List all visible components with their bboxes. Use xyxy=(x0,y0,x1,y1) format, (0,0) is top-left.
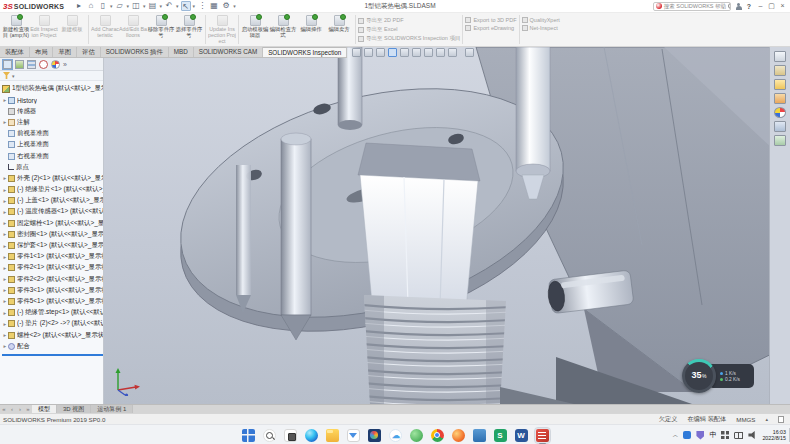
filter-caret-icon[interactable]: ▾ xyxy=(12,73,15,79)
tree-item[interactable]: 右视基准面 xyxy=(2,150,103,161)
tree-item[interactable]: ▸零件1<1> (默认<<默认>_显示状态 xyxy=(2,251,103,262)
status-sheet-icon[interactable] xyxy=(778,416,784,423)
tab-草图[interactable]: 草图 xyxy=(53,47,77,57)
view-palette-icon[interactable] xyxy=(774,93,786,104)
tree-item[interactable]: ▸零件5<1> (默认<<默认>_显示状 xyxy=(2,296,103,307)
configurationmanager-tab[interactable] xyxy=(27,60,36,69)
select-icon[interactable]: ↖ xyxy=(181,1,191,11)
propertymanager-tab[interactable] xyxy=(15,60,24,69)
solidworks-resources-icon[interactable] xyxy=(774,51,786,62)
rebuild-icon[interactable]: ⋮ xyxy=(197,1,207,11)
user-account-icon[interactable] xyxy=(735,2,743,10)
dropdown-caret-icon[interactable]: ▾ xyxy=(160,3,163,9)
units-caret-icon[interactable]: ▴ xyxy=(765,416,768,422)
home-icon[interactable]: ⌂ xyxy=(86,1,96,11)
ribbon-button-disabled[interactable]: Update Inspection Project xyxy=(208,14,236,46)
dropdown-caret-icon[interactable]: ▾ xyxy=(176,3,179,9)
tab-nav-arrow-icon[interactable]: › xyxy=(16,406,24,412)
export-button[interactable]: QualityXpert xyxy=(522,17,560,23)
taskbar-task-view-button[interactable] xyxy=(283,428,298,443)
doc-tab-运动算例-1[interactable]: 运动算例 1 xyxy=(91,405,133,413)
previous-view-icon[interactable] xyxy=(376,48,385,57)
tree-item[interactable]: ▸配合 xyxy=(2,341,103,352)
appearances-scenes-icon[interactable] xyxy=(774,107,786,118)
tree-item[interactable]: 前视基准面 xyxy=(2,128,103,139)
new-document-icon[interactable]: ▯ xyxy=(98,1,108,11)
tab-装配体[interactable]: 装配体 xyxy=(0,47,30,57)
taskbar-file-explorer-button[interactable] xyxy=(325,428,340,443)
tree-item[interactable]: ▸History xyxy=(2,95,103,106)
featuremanager-tab[interactable] xyxy=(3,60,12,69)
assembly-3d-model[interactable] xyxy=(104,47,790,404)
ribbon-button-enabled[interactable]: 编辑检查方式 xyxy=(269,14,297,46)
net-speed-overlay[interactable]: 1 K/s 0.2 K/s 35 % xyxy=(682,359,716,393)
dropdown-caret-icon[interactable]: ▾ xyxy=(193,3,196,9)
export-button[interactable]: 导出至 SOLIDWORKS Inspection 项目 xyxy=(358,35,460,42)
dropdown-caret-icon[interactable]: ▾ xyxy=(143,3,146,9)
tab-solidworks-inspection[interactable]: SOLIDWORKS Inspection xyxy=(263,47,347,57)
taskbar-mail-button[interactable] xyxy=(346,428,361,443)
view-settings-icon[interactable] xyxy=(465,48,474,57)
tree-item[interactable]: ▸零件3<1> (默认<<默认>_显示状 xyxy=(2,285,103,296)
tree-item[interactable]: ▸(-) 垫片 (2)<2> ->? (默认<<默认> xyxy=(2,318,103,329)
dropdown-caret-icon[interactable]: ▾ xyxy=(127,3,130,9)
display-style-icon[interactable] xyxy=(412,48,421,57)
tree-item[interactable]: ▸注解 xyxy=(2,117,103,128)
graphics-viewport[interactable]: 1 K/s 0.2 K/s 35 % xyxy=(104,47,790,404)
tree-filter[interactable]: ▾ xyxy=(0,71,103,81)
taskbar-chrome-button[interactable] xyxy=(430,428,445,443)
tree-item[interactable]: ▸零件2<1> (默认<<默认>_显示状 xyxy=(2,262,103,273)
taskbar-browser-orange-button[interactable] xyxy=(451,428,466,443)
toolbar-flyout-icon[interactable]: ▸ xyxy=(74,1,84,11)
tree-item[interactable]: ▸外壳 (2)<1> (默认<<默认>_显示状态-1 xyxy=(2,173,103,184)
tree-item[interactable]: ▸(-) 绝缘垫片<1> (默认<<默认>_显示状 xyxy=(2,184,103,195)
tree-root-item[interactable]: 1型铠装热电偶 (默认<默认>_显示状态-1 xyxy=(2,83,103,95)
ribbon-button-disabled[interactable]: 新建模板 xyxy=(58,14,86,46)
tab-评估[interactable]: 评估 xyxy=(77,47,101,57)
tree-item[interactable]: 上视基准面 xyxy=(2,139,103,150)
tree-item[interactable]: ▸密封圈<1> (默认<<默认>_显示状态 xyxy=(2,229,103,240)
displaymanager-tab[interactable] xyxy=(51,60,60,69)
tree-item[interactable]: ▸螺栓<2> (默认<<默认>_显示状态 xyxy=(2,329,103,340)
ribbon-button-enabled[interactable]: 编辑操作 xyxy=(297,14,325,46)
save-icon[interactable]: ◫ xyxy=(131,1,141,11)
taskbar-word-button[interactable]: W xyxy=(514,428,529,443)
ime-indicator[interactable]: 中 xyxy=(709,430,716,440)
clock[interactable]: 16:03 2022/8/15 xyxy=(762,429,786,441)
export-button[interactable]: 导出至 2D PDF xyxy=(358,17,460,24)
taskbar-solidworks-button[interactable] xyxy=(535,428,550,443)
units-selector[interactable]: MMGS xyxy=(736,416,755,423)
tree-item[interactable]: ▸(-) 温度传感器<1> (默认<<默认>_显 xyxy=(2,206,103,217)
taskbar-app-green-button[interactable] xyxy=(409,428,424,443)
hide-show-items-icon[interactable] xyxy=(424,48,433,57)
panel-splitter[interactable] xyxy=(2,354,103,356)
tab-solidworks-插件[interactable]: SOLIDWORKS 插件 xyxy=(101,47,169,57)
close-button[interactable]: × xyxy=(777,1,788,11)
tray-app-icon[interactable] xyxy=(683,431,691,439)
display-settings-icon[interactable]: ▦ xyxy=(209,1,219,11)
tray-expand-icon[interactable]: ︿ xyxy=(672,431,678,440)
apply-scene-icon[interactable] xyxy=(448,48,457,57)
tab-nav-arrow-icon[interactable]: « xyxy=(0,406,8,412)
design-library-icon[interactable] xyxy=(774,65,786,76)
file-explorer-icon[interactable] xyxy=(774,79,786,90)
constraint-state[interactable]: 欠定义 xyxy=(659,415,678,424)
custom-properties-icon[interactable] xyxy=(774,121,786,132)
taskbar-reader-app-button[interactable] xyxy=(472,428,487,443)
taskbar-cloud-app-button[interactable] xyxy=(388,428,403,443)
volume-icon[interactable] xyxy=(748,431,757,439)
dimxpertmanager-tab[interactable] xyxy=(39,60,48,69)
ribbon-button-enabled[interactable]: 启动模板编辑器 xyxy=(241,14,269,46)
tab-nav-arrow-icon[interactable]: ‹ xyxy=(8,406,16,412)
doc-tab-模型[interactable]: 模型 xyxy=(32,405,57,413)
undo-icon[interactable]: ↶ xyxy=(164,1,174,11)
doc-tab-3d-视图[interactable]: 3D 视图 xyxy=(57,405,91,413)
open-icon[interactable]: ▱ xyxy=(115,1,125,11)
section-view-icon[interactable] xyxy=(388,48,397,57)
tab-mbd[interactable]: MBD xyxy=(169,47,194,57)
help-button[interactable]: ? xyxy=(747,3,751,10)
tree-item[interactable]: ▸固定螺栓<1> (默认<<默认>_显示状 xyxy=(2,218,103,229)
restore-button[interactable]: ▢ xyxy=(766,1,777,11)
tree-item[interactable]: ▸(-) 绝缘管.step<1> (默认<<默认> xyxy=(2,307,103,318)
export-button[interactable]: Export eDrawing xyxy=(465,25,516,31)
